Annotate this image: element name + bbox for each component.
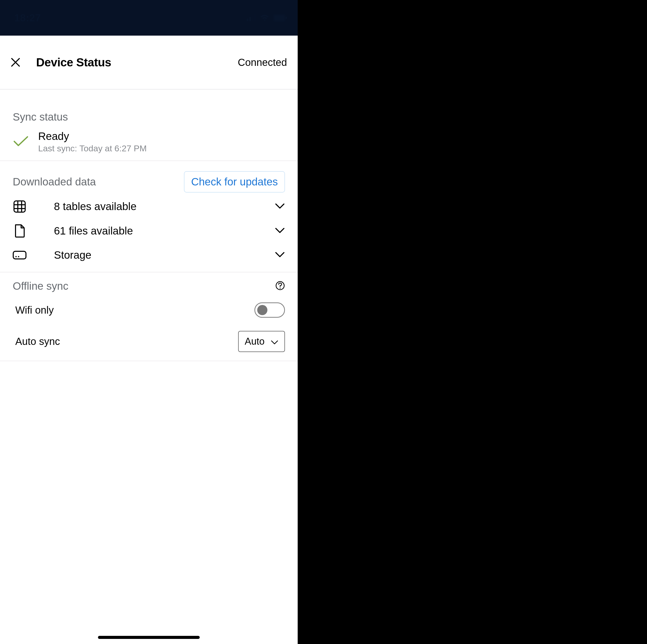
offline-sync-section: Offline sync Wifi only Auto sync Auto xyxy=(0,272,298,361)
chevron-down-icon xyxy=(275,227,285,235)
wifi-icon xyxy=(260,14,270,22)
files-label: 61 files available xyxy=(54,225,261,237)
svg-rect-1 xyxy=(249,17,251,21)
svg-rect-12 xyxy=(13,251,26,259)
close-icon[interactable] xyxy=(11,58,20,67)
sync-state: Ready xyxy=(38,130,147,143)
page-title: Device Status xyxy=(36,56,222,69)
offline-sync-label: Offline sync xyxy=(13,280,275,292)
auto-sync-label: Auto sync xyxy=(15,336,238,347)
svg-rect-5 xyxy=(274,15,284,20)
svg-rect-3 xyxy=(255,14,256,21)
tables-label: 8 tables available xyxy=(54,200,261,213)
wifi-only-label: Wifi only xyxy=(15,305,255,316)
help-icon[interactable] xyxy=(275,281,285,292)
storage-label: Storage xyxy=(54,249,261,261)
nav-bar: Device Status Connected xyxy=(0,35,298,89)
status-indicators xyxy=(247,14,287,22)
auto-sync-select[interactable]: Auto xyxy=(238,331,285,352)
wifi-only-row: Wifi only xyxy=(0,298,298,326)
downloaded-data-section: Downloaded data Check for updates 8 tabl… xyxy=(0,161,298,272)
check-updates-button[interactable]: Check for updates xyxy=(184,171,285,192)
wifi-only-toggle[interactable] xyxy=(255,302,285,318)
device-status-screen: 18:27 Device Status Connected Sync statu… xyxy=(0,0,298,644)
battery-icon xyxy=(273,14,287,21)
svg-point-13 xyxy=(15,256,17,257)
home-indicator[interactable] xyxy=(98,636,200,639)
svg-rect-0 xyxy=(247,18,248,21)
svg-point-16 xyxy=(280,288,281,289)
auto-sync-row: Auto sync Auto xyxy=(0,326,298,361)
last-sync-text: Last sync: Today at 6:27 PM xyxy=(38,144,147,153)
tables-row[interactable]: 8 tables available xyxy=(0,194,298,219)
black-area xyxy=(298,0,647,644)
storage-icon xyxy=(13,250,26,260)
connection-status: Connected xyxy=(238,57,287,68)
status-bar: 18:27 xyxy=(0,0,298,35)
file-icon xyxy=(13,224,26,238)
chevron-down-icon xyxy=(275,252,285,259)
auto-sync-value: Auto xyxy=(245,336,265,347)
svg-point-14 xyxy=(18,256,19,257)
cellular-icon xyxy=(247,14,256,21)
storage-row[interactable]: Storage xyxy=(0,243,298,267)
status-time: 18:27 xyxy=(14,12,41,24)
table-icon xyxy=(13,200,26,213)
files-row[interactable]: 61 files available xyxy=(0,219,298,243)
chevron-down-icon xyxy=(271,336,278,347)
checkmark-icon xyxy=(13,135,29,149)
svg-rect-6 xyxy=(286,16,287,19)
downloaded-data-label: Downloaded data xyxy=(13,176,96,188)
sync-status-row: Ready Last sync: Today at 6:27 PM xyxy=(0,130,298,161)
sync-status-label: Sync status xyxy=(13,111,68,123)
svg-rect-2 xyxy=(252,15,254,21)
chevron-down-icon xyxy=(275,203,285,210)
sync-status-header: Sync status xyxy=(0,111,298,130)
svg-rect-7 xyxy=(14,201,25,212)
